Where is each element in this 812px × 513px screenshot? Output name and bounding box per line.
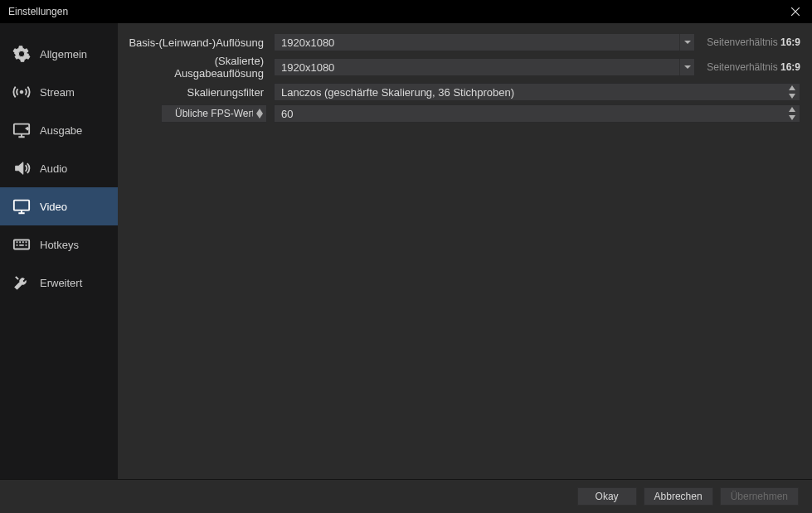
row-scaling-filter: Skalierungsfilter Lanczos (geschärfte Sk… — [126, 83, 800, 101]
sidebar-item-stream[interactable]: Stream — [0, 73, 118, 111]
label-scaling-filter: Skalierungsfilter — [126, 86, 267, 99]
svg-rect-2 — [14, 201, 29, 211]
base-resolution-value: 1920x1080 — [275, 36, 679, 49]
sidebar-item-label: Hotkeys — [40, 239, 79, 251]
row-scaled-resolution: (Skalierte) Ausgabeauflösung 1920x1080 S… — [126, 55, 800, 80]
fps-value-stepper[interactable]: 60 — [274, 104, 800, 123]
content-area: Allgemein Stream Ausgabe Audio Video — [0, 23, 812, 479]
keyboard-icon — [12, 235, 32, 254]
row-base-resolution: Basis-(Leinwand-)Auflösung 1920x1080 Sei… — [126, 33, 800, 51]
row-fps: Übliche FPS-Werte 60 — [126, 104, 800, 123]
label-base-resolution: Basis-(Leinwand-)Auflösung — [126, 36, 267, 49]
scaled-resolution-combo[interactable]: 1920x1080 — [274, 58, 695, 76]
apply-button[interactable]: Übernehmen — [720, 487, 799, 506]
svg-point-0 — [20, 90, 23, 94]
sidebar-item-label: Audio — [40, 162, 67, 175]
sidebar-item-ausgabe[interactable]: Ausgabe — [0, 111, 118, 149]
label-scaled-resolution: (Skalierte) Ausgabeauflösung — [126, 55, 267, 80]
main-panel: Basis-(Leinwand-)Auflösung 1920x1080 Sei… — [118, 23, 812, 479]
ok-button[interactable]: Okay — [577, 487, 637, 506]
sidebar-item-video[interactable]: Video — [0, 187, 118, 225]
titlebar: Einstellungen — [0, 0, 812, 23]
sidebar: Allgemein Stream Ausgabe Audio Video — [0, 23, 118, 479]
sidebar-item-label: Video — [40, 201, 67, 213]
scaling-filter-combo[interactable]: Lanczos (geschärfte Skalierung, 36 Stich… — [274, 83, 800, 101]
close-icon — [791, 7, 800, 16]
gear-icon — [12, 44, 32, 64]
fps-mode-wrap: Übliche FPS-Werte — [126, 104, 267, 123]
footer: Okay Abbrechen Übernehmen — [0, 479, 812, 513]
scaled-resolution-value: 1920x1080 — [275, 61, 679, 74]
speaker-icon — [12, 158, 32, 178]
tools-icon — [12, 273, 32, 293]
sidebar-item-label: Stream — [40, 86, 75, 99]
base-ratio-label: Seitenverhältnis 16:9 — [702, 36, 800, 48]
fps-value: 60 — [275, 108, 785, 120]
updown-icon — [253, 109, 266, 119]
monitor-out-icon — [12, 120, 32, 140]
broadcast-icon — [12, 82, 32, 102]
fps-mode-label: Übliche FPS-Werte — [168, 108, 253, 119]
base-resolution-combo[interactable]: 1920x1080 — [274, 33, 695, 51]
cancel-button[interactable]: Abbrechen — [644, 487, 713, 506]
sidebar-item-allgemein[interactable]: Allgemein — [0, 35, 118, 73]
sidebar-item-label: Ausgabe — [40, 124, 82, 137]
chevron-down-icon — [679, 59, 694, 75]
updown-icon — [785, 84, 800, 100]
monitor-icon — [12, 196, 32, 216]
updown-icon — [785, 105, 800, 122]
scaling-filter-value: Lanczos (geschärfte Skalierung, 36 Stich… — [275, 86, 785, 99]
window-title: Einstellungen — [8, 6, 68, 17]
close-button[interactable] — [779, 0, 812, 23]
chevron-down-icon — [679, 34, 694, 51]
sidebar-item-hotkeys[interactable]: Hotkeys — [0, 225, 118, 264]
sidebar-item-label: Erweitert — [40, 277, 82, 289]
fps-mode-stepper[interactable]: Übliche FPS-Werte — [161, 104, 267, 123]
sidebar-item-erweitert[interactable]: Erweitert — [0, 264, 118, 302]
scaled-ratio-label: Seitenverhältnis 16:9 — [702, 61, 800, 73]
sidebar-item-label: Allgemein — [40, 48, 87, 60]
sidebar-item-audio[interactable]: Audio — [0, 149, 118, 187]
